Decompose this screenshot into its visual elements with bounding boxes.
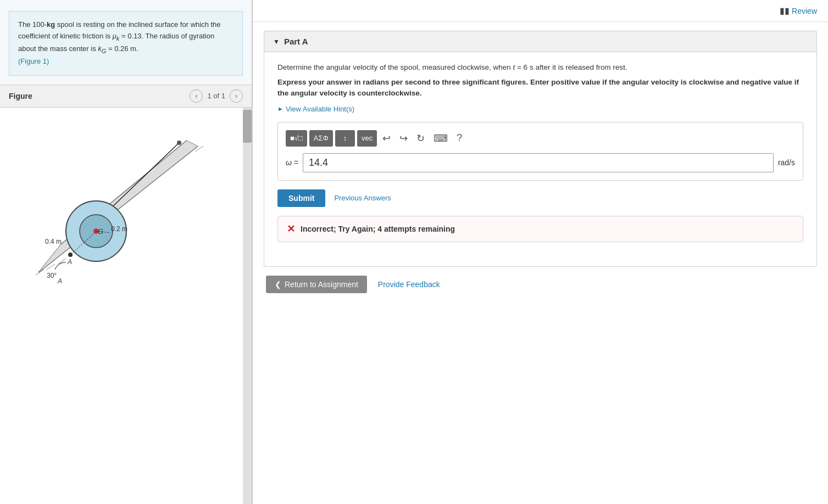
figure-canvas: G A 0.4 m 0.2 m 30° A xyxy=(0,108,252,504)
answer-input[interactable] xyxy=(303,153,774,172)
undo-icon: ↩ xyxy=(382,132,391,144)
svg-text:0.2 m: 0.2 m xyxy=(111,225,127,233)
error-box: ✕ Incorrect; Try Again; 4 attempts remai… xyxy=(277,216,803,242)
figure-svg-area: G A 0.4 m 0.2 m 30° A xyxy=(0,108,252,296)
redo-icon: ↪ xyxy=(399,132,408,144)
hint-link[interactable]: ► View Available Hint(s) xyxy=(277,105,803,113)
toolbar-arrows-btn[interactable]: ↕ xyxy=(335,130,355,147)
figure-scrollbar[interactable] xyxy=(243,108,252,504)
vec-icon: vec xyxy=(362,134,373,142)
problem-text-box: The 100-kg spool is resting on the incli… xyxy=(9,11,243,76)
figure-link[interactable]: (Figure 1) xyxy=(18,57,49,65)
svg-text:0.4 m: 0.4 m xyxy=(45,238,62,245)
unit-label: rad/s xyxy=(778,158,795,167)
submit-button[interactable]: Submit xyxy=(277,189,325,207)
return-to-assignment-button[interactable]: ❮ Return to Assignment xyxy=(266,276,367,293)
greek-icon: ΑΣΦ xyxy=(314,134,329,142)
svg-line-21 xyxy=(38,245,60,272)
left-panel: The 100-kg spool is resting on the incli… xyxy=(0,0,253,504)
toolbar-redo-btn[interactable]: ↪ xyxy=(396,130,411,147)
figure-prev-button[interactable]: ‹ xyxy=(190,89,203,103)
svg-text:30°: 30° xyxy=(47,272,57,279)
problem-text: The 100-kg spool is resting on the incli… xyxy=(18,20,221,53)
review-label: Review xyxy=(792,7,817,15)
review-link[interactable]: ▮▮ Review xyxy=(780,5,817,16)
part-body: Determine the angular velocity of the sp… xyxy=(264,52,816,266)
sqrt-icon: ■√□ xyxy=(290,134,303,142)
question-text-normal: Determine the angular velocity of the sp… xyxy=(277,63,803,71)
hint-arrow-icon: ► xyxy=(277,105,284,112)
figure-svg: G A 0.4 m 0.2 m 30° A xyxy=(5,113,231,289)
figure-header: Figure ‹ 1 of 1 › xyxy=(0,85,252,108)
figure-page: 1 of 1 xyxy=(207,92,225,100)
previous-answers-link[interactable]: Previous Answers xyxy=(334,194,391,202)
return-chevron-icon: ❮ xyxy=(275,280,281,289)
bottom-actions: ❮ Return to Assignment Provide Feedback xyxy=(253,276,828,306)
right-panel: ▮▮ Review ▼ Part A Determine the angular… xyxy=(253,0,828,504)
part-header-title: Part A xyxy=(284,37,308,46)
reset-icon: ↻ xyxy=(416,132,425,144)
part-header: ▼ Part A xyxy=(264,31,816,52)
svg-text:G: G xyxy=(98,227,103,236)
toolbar-reset-btn[interactable]: ↻ xyxy=(413,130,428,147)
arrows-icon: ↕ xyxy=(343,134,347,142)
toolbar-help-btn[interactable]: ? xyxy=(453,130,465,147)
svg-point-13 xyxy=(68,253,73,257)
toolbar-vec-btn[interactable]: vec xyxy=(357,130,377,147)
review-bar: ▮▮ Review xyxy=(253,0,828,22)
help-icon: ? xyxy=(457,132,462,144)
omega-label: ω = xyxy=(286,158,298,167)
answer-box: ■√□ ΑΣΦ ↕ vec ↩ ↪ xyxy=(277,122,803,181)
figure-nav: ‹ 1 of 1 › xyxy=(190,89,243,103)
question-text-bold: Express your answer in radians per secon… xyxy=(277,77,803,99)
toolbar-sqrt-btn[interactable]: ■√□ xyxy=(286,130,307,147)
provide-feedback-link[interactable]: Provide Feedback xyxy=(378,280,440,289)
part-header-arrow-icon: ▼ xyxy=(273,38,280,46)
toolbar-greek-btn[interactable]: ΑΣΦ xyxy=(309,130,333,147)
part-a-section: ▼ Part A Determine the angular velocity … xyxy=(264,31,817,267)
toolbar-keyboard-btn[interactable]: ⌨ xyxy=(430,130,451,147)
submit-row: Submit Previous Answers xyxy=(277,189,803,207)
keyboard-icon: ⌨ xyxy=(434,132,448,144)
svg-text:A: A xyxy=(57,277,62,285)
return-label: Return to Assignment xyxy=(285,280,358,289)
input-row: ω = rad/s xyxy=(286,153,795,172)
svg-text:A: A xyxy=(67,258,72,266)
svg-point-8 xyxy=(177,141,181,145)
svg-line-7 xyxy=(110,143,179,209)
toolbar: ■√□ ΑΣΦ ↕ vec ↩ ↪ xyxy=(286,130,795,147)
hint-label: View Available Hint(s) xyxy=(286,105,354,113)
error-text: Incorrect; Try Again; 4 attempts remaini… xyxy=(301,225,455,233)
figure-next-button[interactable]: › xyxy=(230,89,243,103)
toolbar-undo-btn[interactable]: ↩ xyxy=(379,130,394,147)
review-icon: ▮▮ xyxy=(780,5,790,16)
figure-title: Figure xyxy=(9,92,32,100)
error-x-icon: ✕ xyxy=(287,223,295,235)
scroll-thumb xyxy=(243,110,252,143)
